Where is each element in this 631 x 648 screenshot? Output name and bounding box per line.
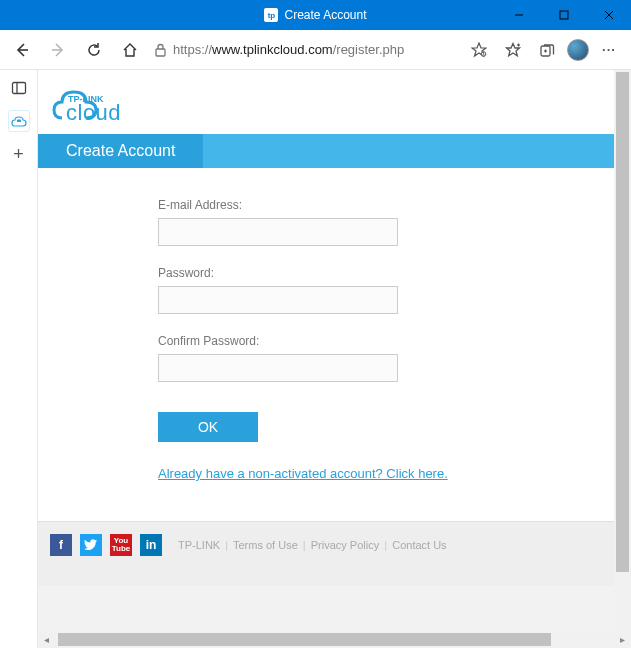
back-button[interactable] <box>8 36 36 64</box>
window-minimize-button[interactable] <box>496 0 541 30</box>
new-tab-button[interactable]: + <box>7 142 31 166</box>
facebook-icon[interactable]: f <box>50 534 72 556</box>
tab-title-text: Create Account <box>284 8 366 22</box>
browser-tab[interactable]: tp Create Account <box>264 8 366 22</box>
profile-avatar[interactable] <box>567 39 589 61</box>
footer-link-tplink[interactable]: TP-LINK <box>178 539 220 551</box>
svg-rect-15 <box>12 83 25 94</box>
tab-actions-button[interactable] <box>7 76 31 100</box>
favorites-button[interactable] <box>499 36 527 64</box>
refresh-button[interactable] <box>80 36 108 64</box>
password-label: Password: <box>158 266 614 280</box>
collections-button[interactable] <box>533 36 561 64</box>
address-bar[interactable]: https://www.tplinkcloud.com/register.php <box>152 42 457 57</box>
password-field[interactable] <box>158 286 398 314</box>
page-content: TP-LINK cloud Create Account E-mail Addr… <box>38 70 614 631</box>
svg-text:cloud: cloud <box>66 100 121 125</box>
footer-link-terms[interactable]: Terms of Use <box>233 539 298 551</box>
vertical-tab-current[interactable] <box>8 110 30 132</box>
tplink-cloud-logo: TP-LINK cloud <box>52 80 600 128</box>
page-banner: Create Account <box>38 134 614 168</box>
horizontal-scrollbar[interactable]: ◂ ▸ <box>38 631 631 648</box>
youtube-icon[interactable]: YouTube <box>110 534 132 556</box>
tracking-prevention-icon[interactable] <box>465 36 493 64</box>
home-button[interactable] <box>116 36 144 64</box>
submit-button[interactable]: OK <box>158 412 258 442</box>
page-heading: Create Account <box>38 134 203 168</box>
svg-rect-1 <box>560 11 568 19</box>
window-titlebar: tp Create Account <box>0 0 631 30</box>
page-footer: f YouTube in TP-LINK | Terms of Use | Pr… <box>38 521 614 586</box>
confirm-password-label: Confirm Password: <box>158 334 614 348</box>
url-text: https://www.tplinkcloud.com/register.php <box>173 42 404 57</box>
tab-favicon: tp <box>264 8 278 22</box>
confirm-password-field[interactable] <box>158 354 398 382</box>
footer-link-contact[interactable]: Contact Us <box>392 539 446 551</box>
lock-icon <box>154 43 167 57</box>
email-label: E-mail Address: <box>158 198 614 212</box>
vertical-scrollbar[interactable] <box>614 70 631 631</box>
window-close-button[interactable] <box>586 0 631 30</box>
activate-account-link[interactable]: Already have a non-activated account? Cl… <box>158 466 614 481</box>
browser-toolbar: https://www.tplinkcloud.com/register.php… <box>0 30 631 70</box>
twitter-icon[interactable] <box>80 534 102 556</box>
svg-rect-17 <box>17 120 21 123</box>
linkedin-icon[interactable]: in <box>140 534 162 556</box>
forward-button[interactable] <box>44 36 72 64</box>
vertical-tabs-panel: + <box>0 70 38 648</box>
window-maximize-button[interactable] <box>541 0 586 30</box>
register-form: E-mail Address: Password: Confirm Passwo… <box>38 168 614 521</box>
footer-link-privacy[interactable]: Privacy Policy <box>311 539 379 551</box>
email-field[interactable] <box>158 218 398 246</box>
svg-rect-6 <box>156 49 165 56</box>
menu-button[interactable]: ··· <box>595 36 623 64</box>
